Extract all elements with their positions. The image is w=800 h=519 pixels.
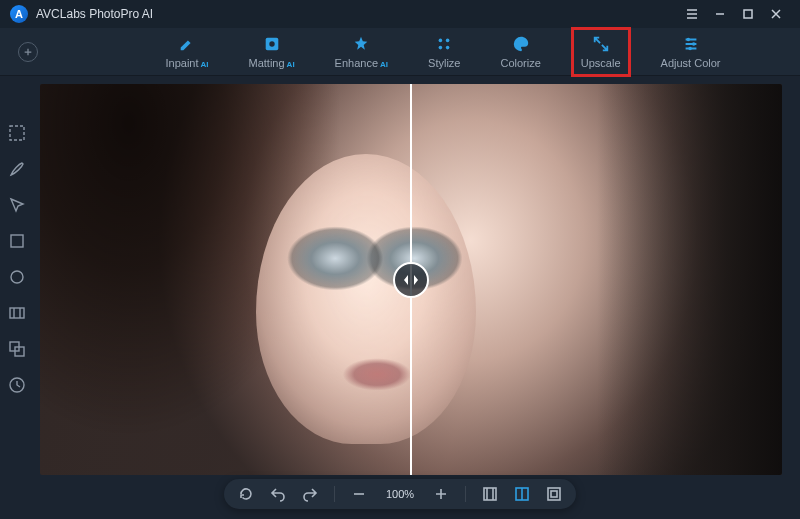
enhance-icon xyxy=(352,35,370,53)
pointer-tool[interactable] xyxy=(8,196,26,214)
svg-point-7 xyxy=(686,37,690,41)
undo-button[interactable] xyxy=(270,486,286,502)
svg-rect-19 xyxy=(548,488,560,500)
shape-rect-tool[interactable] xyxy=(8,232,26,250)
canvas-controls: 100% xyxy=(224,479,576,509)
mode-toolbar: InpaintAI MattingAI EnhanceAI Stylize Co… xyxy=(0,28,800,76)
menu-button[interactable] xyxy=(678,4,706,24)
svg-point-12 xyxy=(11,271,23,283)
tab-inpaint[interactable]: InpaintAI xyxy=(160,31,215,73)
tab-label: Adjust Color xyxy=(661,57,721,69)
app-logo: A xyxy=(10,5,28,23)
svg-point-4 xyxy=(446,38,450,42)
zoom-percentage: 100% xyxy=(383,488,417,500)
svg-rect-0 xyxy=(744,10,752,18)
tab-label: Enhance xyxy=(335,57,378,69)
original-toggle-button[interactable] xyxy=(546,486,562,502)
svg-rect-10 xyxy=(10,126,24,140)
ratio-tool[interactable] xyxy=(8,304,26,322)
svg-point-5 xyxy=(439,45,443,49)
maximize-button[interactable] xyxy=(734,4,762,24)
tab-adjust-color[interactable]: Adjust Color xyxy=(655,31,727,73)
zoom-out-button[interactable] xyxy=(351,486,367,502)
svg-point-9 xyxy=(688,46,692,50)
adjust-color-icon xyxy=(682,35,700,53)
colorize-icon xyxy=(512,35,530,53)
inpaint-icon xyxy=(178,35,196,53)
tab-label: Colorize xyxy=(500,57,540,69)
svg-point-8 xyxy=(691,42,695,46)
side-toolbar xyxy=(0,76,34,519)
separator xyxy=(465,486,466,502)
svg-point-6 xyxy=(446,45,450,49)
tab-matting[interactable]: MattingAI xyxy=(243,31,301,73)
tab-label: Upscale xyxy=(581,57,621,69)
svg-rect-11 xyxy=(11,235,23,247)
zoom-in-button[interactable] xyxy=(433,486,449,502)
tab-label: Matting xyxy=(249,57,285,69)
shape-circle-tool[interactable] xyxy=(8,268,26,286)
stylize-icon xyxy=(435,35,453,53)
svg-point-3 xyxy=(439,38,443,42)
image-canvas[interactable] xyxy=(40,84,782,475)
history-tool[interactable] xyxy=(8,376,26,394)
add-image-button[interactable] xyxy=(18,42,38,62)
canvas-illustration xyxy=(597,84,783,475)
minimize-button[interactable] xyxy=(706,4,734,24)
upscale-icon xyxy=(592,35,610,53)
ai-badge: AI xyxy=(380,60,388,69)
fit-screen-button[interactable] xyxy=(482,486,498,502)
compare-split-button[interactable] xyxy=(514,486,530,502)
tab-enhance[interactable]: EnhanceAI xyxy=(329,31,394,73)
tab-label: Stylize xyxy=(428,57,460,69)
ai-badge: AI xyxy=(287,60,295,69)
svg-rect-20 xyxy=(551,491,557,497)
tab-colorize[interactable]: Colorize xyxy=(494,31,546,73)
workspace xyxy=(0,76,800,519)
tab-stylize[interactable]: Stylize xyxy=(422,31,466,73)
svg-point-2 xyxy=(269,41,274,46)
ai-badge: AI xyxy=(201,60,209,69)
matting-icon xyxy=(263,35,281,53)
app-title: AVCLabs PhotoPro AI xyxy=(36,7,153,21)
redo-button[interactable] xyxy=(302,486,318,502)
tab-upscale[interactable]: Upscale xyxy=(575,31,627,73)
layers-tool[interactable] xyxy=(8,340,26,358)
separator xyxy=(334,486,335,502)
svg-rect-13 xyxy=(10,308,24,318)
close-button[interactable] xyxy=(762,4,790,24)
title-bar: A AVCLabs PhotoPro AI xyxy=(0,0,800,28)
reset-view-button[interactable] xyxy=(238,486,254,502)
rectangle-select-tool[interactable] xyxy=(8,124,26,142)
brush-tool[interactable] xyxy=(8,160,26,178)
compare-handle[interactable] xyxy=(393,262,429,298)
svg-rect-17 xyxy=(484,488,496,500)
tab-label: Inpaint xyxy=(166,57,199,69)
